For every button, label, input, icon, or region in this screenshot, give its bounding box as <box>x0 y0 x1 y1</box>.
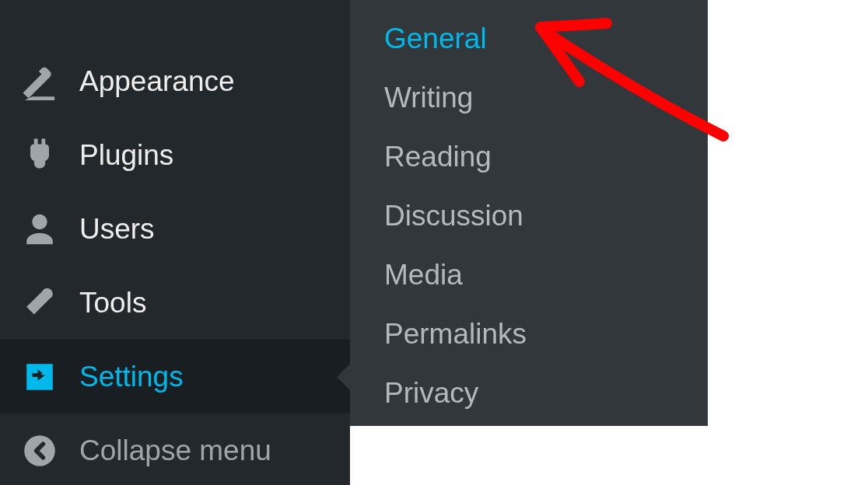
submenu-item-general[interactable]: General <box>350 9 708 68</box>
sidebar-item-label: Tools <box>79 287 146 319</box>
submenu-item-media[interactable]: Media <box>350 246 708 305</box>
submenu-item-label: Permalinks <box>384 318 527 351</box>
collapse-icon <box>19 431 60 471</box>
sidebar-item-settings[interactable]: Settings <box>0 340 350 413</box>
submenu-item-label: Media <box>384 259 463 291</box>
svg-point-0 <box>24 435 55 466</box>
submenu-item-label: General <box>384 23 487 55</box>
admin-sidebar: Appearance Plugins Users Tools Settings … <box>0 0 350 485</box>
sidebar-item-label: Settings <box>79 361 184 393</box>
submenu-item-permalinks[interactable]: Permalinks <box>350 305 708 364</box>
submenu-item-reading[interactable]: Reading <box>350 127 708 187</box>
sidebar-item-label: Appearance <box>79 65 235 98</box>
collapse-label: Collapse menu <box>79 434 271 467</box>
submenu-item-label: Reading <box>384 141 492 173</box>
submenu-item-privacy[interactable]: Privacy <box>350 364 708 423</box>
sidebar-item-label: Plugins <box>79 139 173 172</box>
sidebar-item-plugins[interactable]: Plugins <box>0 118 350 192</box>
submenu-item-discussion[interactable]: Discussion <box>350 187 708 246</box>
flyout-pointer <box>337 363 351 391</box>
tools-icon <box>19 283 60 323</box>
submenu-item-label: Privacy <box>384 377 478 410</box>
sidebar-item-label: Users <box>79 213 155 246</box>
sidebar-item-tools[interactable]: Tools <box>0 266 350 340</box>
users-icon <box>19 209 60 249</box>
settings-submenu: General Writing Reading Discussion Media… <box>350 0 708 426</box>
settings-icon <box>19 357 60 397</box>
plugins-icon <box>19 135 60 176</box>
sidebar-item-users[interactable]: Users <box>0 192 350 266</box>
submenu-item-label: Writing <box>384 82 473 114</box>
collapse-menu-button[interactable]: Collapse menu <box>0 413 350 485</box>
appearance-icon <box>19 61 60 102</box>
sidebar-item-appearance[interactable]: Appearance <box>0 44 350 118</box>
submenu-item-label: Discussion <box>384 200 523 232</box>
submenu-item-writing[interactable]: Writing <box>350 68 708 127</box>
